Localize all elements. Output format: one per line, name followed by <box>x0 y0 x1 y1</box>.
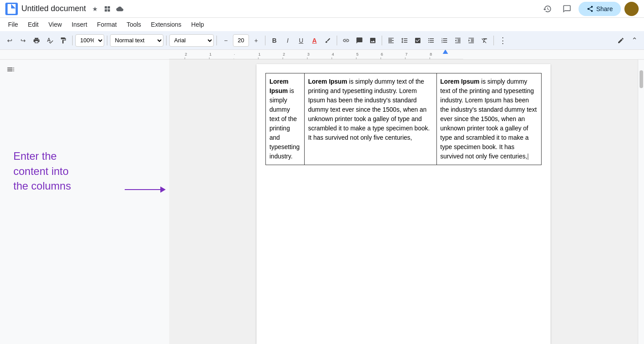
share-label: Share <box>596 5 613 12</box>
user-avatar[interactable] <box>624 2 639 16</box>
svg-rect-3 <box>108 9 110 11</box>
main-content: Enter the content into the columns Lorem… <box>0 60 644 344</box>
svg-text:4: 4 <box>332 52 334 57</box>
italic-button[interactable]: I <box>281 34 294 47</box>
svg-rect-2 <box>105 9 107 11</box>
pencil-mode-button[interactable] <box>615 34 627 47</box>
annotation-arrow <box>125 186 166 193</box>
col3-text: is simply dummy text of the printing and… <box>440 78 537 160</box>
scrollbar-thumb[interactable] <box>640 70 643 88</box>
table-cell-1[interactable]: Lorem Ipsum is simply dummy text of the … <box>266 73 305 165</box>
font-size-box[interactable]: 20 <box>233 34 249 47</box>
document-title[interactable]: Untitled document <box>21 4 86 13</box>
arrow-head <box>160 186 166 193</box>
document-page: Lorem Ipsum is simply dummy text of the … <box>257 64 550 344</box>
line-spacing-button[interactable] <box>398 34 411 47</box>
menu-tools[interactable]: Tools <box>122 19 146 30</box>
menu-help[interactable]: Help <box>187 19 208 30</box>
comments-button[interactable] <box>559 1 575 17</box>
bullet-list-button[interactable] <box>425 34 437 47</box>
svg-text:2: 2 <box>283 52 285 57</box>
col2-bold: Lorem Ipsum <box>308 78 347 85</box>
svg-text:7: 7 <box>405 52 408 57</box>
separator-7 <box>382 36 382 45</box>
decrease-indent-button[interactable] <box>452 34 464 47</box>
separator-2 <box>107 36 107 45</box>
separator-5 <box>265 36 265 45</box>
ruler: 2 1 · 1 2 3 4 5 6 7 8 <box>0 50 644 60</box>
svg-text:1: 1 <box>258 52 261 57</box>
menu-bar: File Edit View Insert Format Tools Exten… <box>0 18 644 31</box>
arrow-line <box>125 189 160 190</box>
separator-4 <box>216 36 217 45</box>
svg-text:2: 2 <box>185 52 187 57</box>
zoom-select[interactable]: 100% 75% 150% <box>75 34 104 47</box>
svg-text:5: 5 <box>356 52 359 57</box>
separator-1 <box>72 36 73 45</box>
share-button[interactable]: Share <box>579 2 621 16</box>
outline-icon[interactable] <box>6 65 15 76</box>
paint-format-button[interactable] <box>57 34 69 47</box>
undo-button[interactable]: ↩ <box>4 34 16 47</box>
decrease-font-button[interactable]: − <box>220 34 232 47</box>
svg-text:6: 6 <box>381 52 383 57</box>
more-options-button[interactable]: ⋮ <box>497 34 509 47</box>
cloud-save-icon[interactable] <box>114 4 125 14</box>
text-color-button[interactable]: A <box>308 34 321 47</box>
svg-text:·: · <box>234 52 235 57</box>
col2-text: is simply dummy text of the printing and… <box>308 78 430 141</box>
redo-button[interactable]: ↪ <box>17 34 29 47</box>
expand-button[interactable]: ⌃ <box>628 34 640 47</box>
svg-rect-1 <box>108 6 110 8</box>
star-icon[interactable]: ★ <box>90 4 100 14</box>
ruler-content: 2 1 · 1 2 3 4 5 6 7 8 <box>169 50 463 59</box>
clear-formatting-button[interactable] <box>478 34 491 47</box>
svg-rect-0 <box>105 6 107 8</box>
highlight-button[interactable] <box>322 34 334 47</box>
menu-view[interactable]: View <box>44 19 66 30</box>
annotation: Enter the content into the columns <box>13 149 138 194</box>
left-panel: Enter the content into the columns <box>0 60 169 344</box>
spellcheck-button[interactable] <box>44 34 56 47</box>
svg-marker-27 <box>443 50 448 54</box>
menu-file[interactable]: File <box>4 19 23 30</box>
menu-extensions[interactable]: Extensions <box>147 19 186 30</box>
table-row: Lorem Ipsum is simply dummy text of the … <box>266 73 542 165</box>
col1-bold: Lorem Ipsum <box>269 78 289 94</box>
annotation-text: Enter the content into the columns <box>13 149 138 194</box>
separator-8 <box>493 36 494 45</box>
history-button[interactable] <box>539 1 555 17</box>
menu-insert[interactable]: Insert <box>67 19 92 30</box>
bold-button[interactable]: B <box>268 34 281 47</box>
underline-button[interactable]: U <box>295 34 307 47</box>
svg-text:8: 8 <box>430 52 432 57</box>
columns-table: Lorem Ipsum is simply dummy text of the … <box>265 73 542 165</box>
menu-edit[interactable]: Edit <box>24 19 43 30</box>
paragraph-style-select[interactable]: Normal text Heading 1 Heading 2 <box>110 34 163 47</box>
separator-3 <box>166 36 167 45</box>
title-icons: ★ <box>90 4 125 14</box>
document-area[interactable]: Lorem Ipsum is simply dummy text of the … <box>169 60 638 344</box>
separator-6 <box>337 36 337 45</box>
insert-image-button[interactable] <box>367 34 379 47</box>
col3-bold: Lorem Ipsum <box>440 78 480 85</box>
increase-font-button[interactable]: + <box>250 34 262 47</box>
title-actions: Share <box>539 1 639 17</box>
increase-indent-button[interactable] <box>465 34 477 47</box>
svg-text:1: 1 <box>209 52 212 57</box>
svg-text:3: 3 <box>307 52 310 57</box>
title-bar: Untitled document ★ Share <box>0 0 644 18</box>
insert-link-button[interactable] <box>340 34 352 47</box>
menu-format[interactable]: Format <box>93 19 121 30</box>
right-panel <box>638 60 644 344</box>
font-select[interactable]: Arial Times New Roman Verdana <box>169 34 214 47</box>
drive-icon[interactable] <box>102 4 113 14</box>
checklist-button[interactable] <box>412 34 424 47</box>
print-button[interactable] <box>30 34 43 47</box>
toolbar: ↩ ↪ 100% 75% 150% Normal text Heading 1 … <box>0 31 644 50</box>
numbered-list-button[interactable] <box>438 34 451 47</box>
align-button[interactable] <box>385 34 397 47</box>
table-cell-3[interactable]: Lorem Ipsum is simply dummy text of the … <box>436 73 541 165</box>
table-cell-2[interactable]: Lorem Ipsum is simply dummy text of the … <box>304 73 436 165</box>
insert-comment-button[interactable] <box>353 34 366 47</box>
